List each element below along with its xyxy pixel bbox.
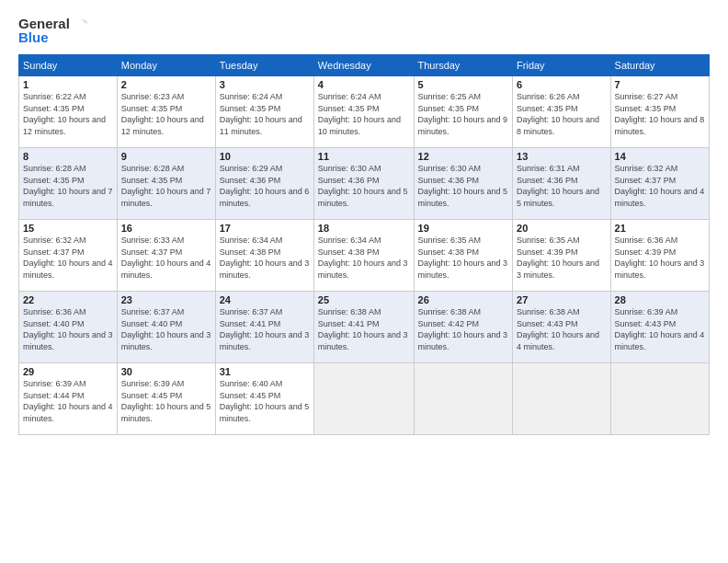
day-number: 24 [220,294,310,305]
calendar-cell: 25 Sunrise: 6:38 AM Sunset: 4:41 PM Dayl… [313,292,414,363]
day-info: Sunrise: 6:23 AM Sunset: 4:35 PM Dayligh… [121,91,211,137]
calendar-cell: 15 Sunrise: 6:32 AM Sunset: 4:37 PM Dayl… [19,220,118,292]
day-number: 3 [220,79,310,90]
calendar-cell: 30 Sunrise: 6:39 AM Sunset: 4:45 PM Dayl… [117,363,215,435]
logo-bird-icon [72,15,88,31]
calendar-cell: 16 Sunrise: 6:33 AM Sunset: 4:37 PM Dayl… [117,220,215,292]
col-header-tuesday: Tuesday [215,55,313,76]
day-number: 17 [220,223,310,234]
logo-general: General [18,16,70,31]
day-number: 20 [517,223,607,234]
day-info: Sunrise: 6:26 AM Sunset: 4:35 PM Dayligh… [517,91,607,137]
day-number: 27 [517,294,607,305]
calendar-cell: 28 Sunrise: 6:39 AM Sunset: 4:43 PM Dayl… [610,292,709,363]
col-header-sunday: Sunday [19,55,118,76]
calendar-cell: 17 Sunrise: 6:34 AM Sunset: 4:38 PM Dayl… [215,220,313,292]
day-number: 23 [121,294,211,305]
day-info: Sunrise: 6:36 AM Sunset: 4:40 PM Dayligh… [23,306,113,352]
calendar-cell: 9 Sunrise: 6:28 AM Sunset: 4:35 PM Dayli… [117,148,215,220]
week-row-2: 8 Sunrise: 6:28 AM Sunset: 4:35 PM Dayli… [19,148,710,220]
calendar-cell [610,363,709,435]
day-number: 2 [121,79,211,90]
calendar-cell: 18 Sunrise: 6:34 AM Sunset: 4:38 PM Dayl… [313,220,414,292]
day-info: Sunrise: 6:31 AM Sunset: 4:36 PM Dayligh… [517,163,607,209]
day-info: Sunrise: 6:30 AM Sunset: 4:36 PM Dayligh… [418,163,509,209]
svg-marker-0 [81,18,88,23]
day-info: Sunrise: 6:22 AM Sunset: 4:35 PM Dayligh… [23,91,113,137]
day-number: 16 [121,223,211,234]
logo-blue: Blue [18,29,49,45]
col-header-saturday: Saturday [610,55,709,76]
day-number: 26 [418,294,509,305]
calendar-cell: 10 Sunrise: 6:29 AM Sunset: 4:36 PM Dayl… [215,148,313,220]
col-header-wednesday: Wednesday [313,55,414,76]
calendar-cell: 2 Sunrise: 6:23 AM Sunset: 4:35 PM Dayli… [117,76,215,148]
day-number: 22 [23,294,113,305]
day-number: 18 [318,223,410,234]
col-header-thursday: Thursday [414,55,513,76]
day-info: Sunrise: 6:30 AM Sunset: 4:36 PM Dayligh… [318,163,410,209]
day-info: Sunrise: 6:40 AM Sunset: 4:45 PM Dayligh… [220,378,310,424]
week-row-4: 22 Sunrise: 6:36 AM Sunset: 4:40 PM Dayl… [19,292,710,363]
day-info: Sunrise: 6:38 AM Sunset: 4:43 PM Dayligh… [517,306,607,352]
day-info: Sunrise: 6:24 AM Sunset: 4:35 PM Dayligh… [318,91,410,137]
day-number: 31 [220,366,310,377]
day-info: Sunrise: 6:34 AM Sunset: 4:38 PM Dayligh… [220,235,310,281]
day-info: Sunrise: 6:35 AM Sunset: 4:39 PM Dayligh… [517,235,607,281]
day-info: Sunrise: 6:32 AM Sunset: 4:37 PM Dayligh… [23,235,113,281]
day-number: 19 [418,223,509,234]
day-info: Sunrise: 6:33 AM Sunset: 4:37 PM Dayligh… [121,235,211,281]
calendar-cell: 8 Sunrise: 6:28 AM Sunset: 4:35 PM Dayli… [19,148,118,220]
day-number: 10 [220,151,310,162]
day-info: Sunrise: 6:27 AM Sunset: 4:35 PM Dayligh… [615,91,705,137]
day-number: 13 [517,151,607,162]
day-number: 1 [23,79,113,90]
week-row-1: 1 Sunrise: 6:22 AM Sunset: 4:35 PM Dayli… [19,76,710,148]
calendar-cell: 19 Sunrise: 6:35 AM Sunset: 4:38 PM Dayl… [414,220,513,292]
calendar-cell: 24 Sunrise: 6:37 AM Sunset: 4:41 PM Dayl… [215,292,313,363]
day-number: 15 [23,223,113,234]
page: General Blue SundayMondayTuesdayWednesda… [0,0,728,563]
calendar-table: SundayMondayTuesdayWednesdayThursdayFrid… [18,54,710,435]
day-number: 7 [615,79,705,90]
header: General Blue [18,15,710,45]
calendar-cell: 13 Sunrise: 6:31 AM Sunset: 4:36 PM Dayl… [513,148,611,220]
day-number: 21 [615,223,705,234]
calendar-cell: 7 Sunrise: 6:27 AM Sunset: 4:35 PM Dayli… [610,76,709,148]
day-info: Sunrise: 6:25 AM Sunset: 4:35 PM Dayligh… [418,91,509,137]
day-number: 28 [615,294,705,305]
day-info: Sunrise: 6:39 AM Sunset: 4:43 PM Dayligh… [615,306,705,352]
day-info: Sunrise: 6:39 AM Sunset: 4:44 PM Dayligh… [23,378,113,424]
day-number: 9 [121,151,211,162]
day-info: Sunrise: 6:38 AM Sunset: 4:42 PM Dayligh… [418,306,509,352]
calendar-cell: 3 Sunrise: 6:24 AM Sunset: 4:35 PM Dayli… [215,76,313,148]
day-number: 12 [418,151,509,162]
day-info: Sunrise: 6:37 AM Sunset: 4:41 PM Dayligh… [220,306,310,352]
calendar-cell: 1 Sunrise: 6:22 AM Sunset: 4:35 PM Dayli… [19,76,118,148]
day-info: Sunrise: 6:24 AM Sunset: 4:35 PM Dayligh… [220,91,310,137]
day-number: 29 [23,366,113,377]
calendar-cell: 20 Sunrise: 6:35 AM Sunset: 4:39 PM Dayl… [513,220,611,292]
day-number: 5 [418,79,509,90]
logo-container: General Blue [18,15,88,45]
calendar-cell: 31 Sunrise: 6:40 AM Sunset: 4:45 PM Dayl… [215,363,313,435]
calendar-cell: 27 Sunrise: 6:38 AM Sunset: 4:43 PM Dayl… [513,292,611,363]
day-info: Sunrise: 6:35 AM Sunset: 4:38 PM Dayligh… [418,235,509,281]
col-header-monday: Monday [117,55,215,76]
day-number: 4 [318,79,410,90]
calendar-cell: 6 Sunrise: 6:26 AM Sunset: 4:35 PM Dayli… [513,76,611,148]
calendar-cell: 23 Sunrise: 6:37 AM Sunset: 4:40 PM Dayl… [117,292,215,363]
day-info: Sunrise: 6:36 AM Sunset: 4:39 PM Dayligh… [615,235,705,281]
calendar-cell [313,363,414,435]
day-number: 11 [318,151,410,162]
calendar-cell: 12 Sunrise: 6:30 AM Sunset: 4:36 PM Dayl… [414,148,513,220]
calendar-cell [414,363,513,435]
day-info: Sunrise: 6:28 AM Sunset: 4:35 PM Dayligh… [121,163,211,209]
calendar-cell: 21 Sunrise: 6:36 AM Sunset: 4:39 PM Dayl… [610,220,709,292]
day-info: Sunrise: 6:29 AM Sunset: 4:36 PM Dayligh… [220,163,310,209]
day-number: 14 [615,151,705,162]
col-header-friday: Friday [513,55,611,76]
calendar-header-row: SundayMondayTuesdayWednesdayThursdayFrid… [19,55,710,76]
day-info: Sunrise: 6:34 AM Sunset: 4:38 PM Dayligh… [318,235,410,281]
calendar-cell: 11 Sunrise: 6:30 AM Sunset: 4:36 PM Dayl… [313,148,414,220]
